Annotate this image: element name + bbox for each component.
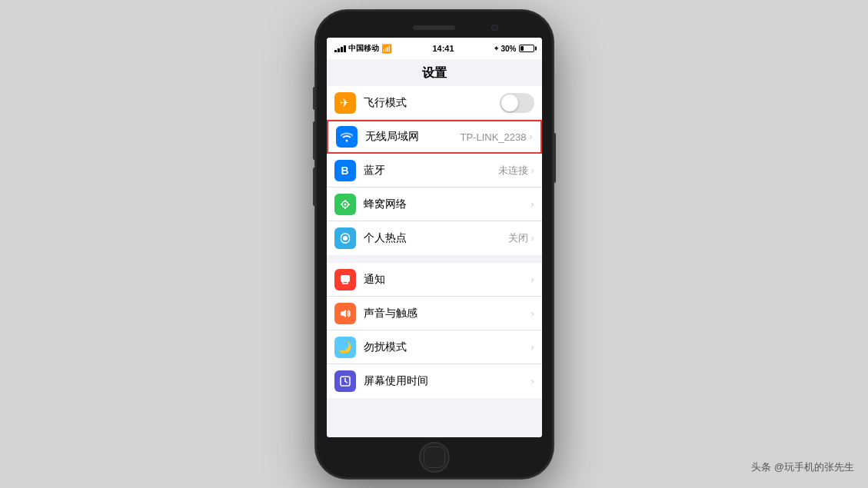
settings-row-notifications[interactable]: 通知 › bbox=[327, 263, 542, 297]
svg-point-1 bbox=[344, 203, 346, 205]
page-title: 设置 bbox=[422, 66, 447, 79]
signal-bar-4 bbox=[344, 45, 346, 52]
volume-down-button bbox=[313, 168, 315, 206]
battery-percent: 30% bbox=[501, 45, 516, 53]
power-button bbox=[554, 133, 556, 183]
dnd-label: 勿扰模式 bbox=[364, 340, 531, 354]
watermark: 头条 @玩手机的张先生 bbox=[751, 460, 854, 474]
signal-bar-1 bbox=[334, 50, 337, 52]
wifi-label: 无线局域网 bbox=[365, 130, 461, 144]
toggle-knob bbox=[501, 95, 518, 111]
signal-bar-2 bbox=[338, 48, 340, 52]
wifi-status-icon: 📶 bbox=[381, 44, 392, 54]
wifi-value: TP-LINK_2238 bbox=[461, 131, 527, 143]
settings-group-2: 通知 › 声音与触感 › bbox=[327, 263, 542, 398]
status-left: 中国移动 📶 bbox=[334, 43, 392, 54]
bluetooth-value: 未连接 bbox=[498, 164, 528, 178]
group-gap bbox=[327, 257, 542, 263]
screentime-chevron: › bbox=[531, 376, 534, 387]
settings-row-cellular[interactable]: 蜂窝网络 › bbox=[327, 188, 542, 221]
svg-rect-7 bbox=[341, 275, 350, 282]
notifications-icon bbox=[334, 269, 356, 290]
volume-up-button bbox=[313, 121, 315, 160]
hotspot-icon bbox=[334, 227, 356, 249]
settings-content: ✈ 飞行模式 bbox=[327, 86, 542, 437]
hotspot-value: 关闭 bbox=[508, 231, 528, 245]
bluetooth-chevron: › bbox=[531, 165, 534, 176]
earpiece-speaker bbox=[413, 25, 455, 30]
settings-row-wifi[interactable]: 无线局域网 TP-LINK_2238 › bbox=[327, 120, 542, 154]
phone-screen: 中国移动 📶 14:41 ⌖ 30% 设置 bbox=[327, 38, 542, 437]
sounds-icon bbox=[334, 303, 356, 324]
settings-row-sounds[interactable]: 声音与触感 › bbox=[327, 297, 542, 330]
status-right: ⌖ 30% bbox=[494, 45, 534, 53]
settings-group-1: ✈ 飞行模式 bbox=[327, 86, 542, 255]
sounds-chevron: › bbox=[531, 308, 534, 319]
bluetooth-icon: B bbox=[334, 160, 356, 181]
status-time: 14:41 bbox=[432, 44, 454, 53]
settings-row-airplane[interactable]: ✈ 飞行模式 bbox=[327, 86, 542, 120]
svg-point-6 bbox=[343, 236, 348, 241]
battery-fill bbox=[520, 46, 524, 51]
wifi-chevron: › bbox=[530, 131, 533, 142]
battery-body bbox=[519, 45, 534, 52]
phone-shell: 中国移动 📶 14:41 ⌖ 30% 设置 bbox=[315, 10, 554, 479]
cellular-icon bbox=[334, 194, 356, 215]
signal-bar-3 bbox=[341, 47, 343, 52]
battery-indicator bbox=[519, 45, 534, 52]
carrier-label: 中国移动 bbox=[348, 43, 379, 54]
cellular-label: 蜂窝网络 bbox=[364, 198, 531, 211]
status-bar: 中国移动 📶 14:41 ⌖ 30% bbox=[327, 38, 542, 59]
hotspot-chevron: › bbox=[531, 233, 534, 244]
notifications-chevron: › bbox=[531, 274, 534, 285]
home-button[interactable] bbox=[419, 442, 450, 473]
hotspot-label: 个人热点 bbox=[364, 231, 508, 245]
notifications-label: 通知 bbox=[364, 273, 531, 287]
bluetooth-label: 蓝牙 bbox=[364, 164, 498, 178]
screentime-icon bbox=[334, 370, 356, 392]
settings-title-bar: 设置 bbox=[327, 59, 542, 86]
svg-line-10 bbox=[345, 381, 348, 383]
wifi-icon bbox=[336, 126, 358, 148]
dnd-icon: 🌙 bbox=[334, 337, 356, 358]
phone-top-bar bbox=[315, 18, 554, 38]
sounds-label: 声音与触感 bbox=[364, 307, 531, 320]
airplane-label: 飞行模式 bbox=[364, 96, 500, 110]
page-wrapper: 中国移动 📶 14:41 ⌖ 30% 设置 bbox=[0, 0, 868, 488]
settings-row-bluetooth[interactable]: B 蓝牙 未连接 › bbox=[327, 154, 542, 188]
dnd-chevron: › bbox=[531, 342, 534, 353]
signal-bars bbox=[334, 45, 346, 52]
airplane-icon: ✈ bbox=[334, 92, 356, 114]
airplane-toggle[interactable] bbox=[500, 93, 534, 113]
settings-row-hotspot[interactable]: 个人热点 关闭 › bbox=[327, 221, 542, 255]
settings-row-dnd[interactable]: 🌙 勿扰模式 › bbox=[327, 330, 542, 364]
screentime-label: 屏幕使用时间 bbox=[364, 374, 531, 388]
location-icon: ⌖ bbox=[494, 45, 498, 53]
cellular-chevron: › bbox=[531, 199, 534, 210]
home-button-inner bbox=[424, 447, 445, 468]
front-camera bbox=[491, 24, 498, 31]
settings-row-screentime[interactable]: 屏幕使用时间 › bbox=[327, 364, 542, 398]
